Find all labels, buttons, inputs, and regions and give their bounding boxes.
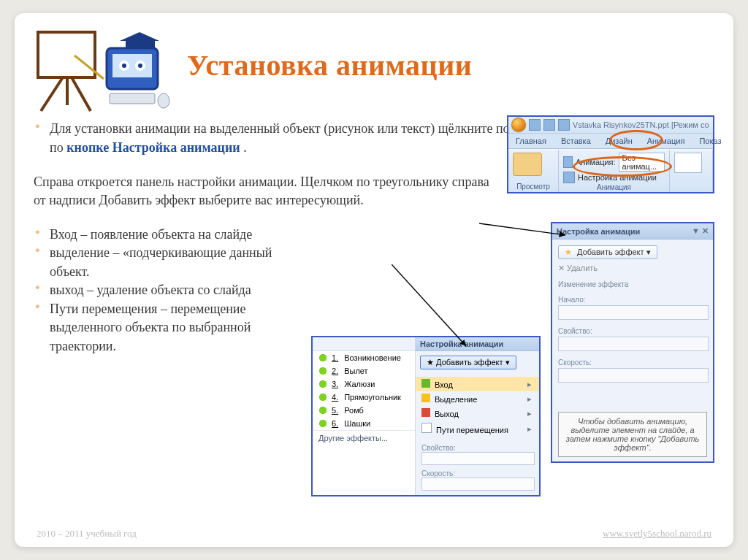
qat-save-icon[interactable]	[529, 119, 541, 131]
submenu-title: Настройка анимации	[416, 337, 539, 351]
opt-emphasis[interactable]: Выделение▸	[416, 391, 539, 406]
svg-line-1	[41, 77, 63, 111]
other-effects[interactable]: Другие эффекты...	[313, 430, 415, 445]
svg-rect-0	[38, 32, 95, 77]
effect-list: 1.Возникновение 2.Вылет 3.Жалюзи 4.Прямо…	[313, 337, 416, 495]
header-row: Установка анимации	[34, 26, 714, 114]
tab-home[interactable]: Главная	[508, 134, 554, 148]
ribbon-group-animation: Анимация: Без анимац... Настройка анимац…	[559, 150, 670, 192]
effect-item-1[interactable]: 1.Возникновение	[313, 351, 415, 364]
opt-entry[interactable]: Вход▸	[416, 377, 539, 391]
chevron-right-icon: ▸	[527, 409, 532, 418]
ribbon-body: Просмотр Анимация: Без анимац... Настрой…	[508, 149, 713, 192]
content-area: Для установки анимации на выделенный объ…	[34, 120, 714, 356]
star-icon	[318, 380, 327, 388]
animation-pane: Настройка анимации ▼ ✕ ★ Добавить эффект…	[551, 222, 714, 463]
svg-rect-13	[110, 93, 155, 104]
remove-button[interactable]: ✕ Удалить	[558, 264, 707, 273]
office-orb-icon[interactable]	[511, 118, 526, 132]
animation-icon	[563, 156, 573, 168]
star-icon	[318, 419, 327, 428]
add-effect-button[interactable]: ★ Добавить эффект ▾	[558, 245, 657, 259]
footer-link[interactable]: www.svetly5school.narod.ru	[603, 528, 711, 540]
submenu-prop-select[interactable]	[421, 452, 535, 465]
pane-close-icon[interactable]: ▼ ✕	[692, 226, 709, 236]
ribbon-tabs: Главная Вставка Дизайн Анимация Показ	[508, 134, 713, 149]
submenu-speed-select[interactable]	[421, 477, 535, 491]
effect-list-header	[313, 337, 415, 351]
tab-slideshow[interactable]: Показ	[692, 134, 728, 148]
star-red-icon	[421, 408, 430, 417]
field-property-label: Свойство:	[558, 327, 707, 335]
preview-group-label: Просмотр	[513, 183, 554, 191]
pane-header: Настройка анимации ▼ ✕	[552, 223, 713, 239]
submenu-field-property: Свойство:	[421, 444, 533, 465]
qat-undo-icon[interactable]	[543, 119, 555, 131]
ribbon-group-transition	[670, 150, 713, 192]
chevron-right-icon: ▸	[527, 380, 532, 389]
animation-dropdown-row: Анимация: Без анимац...	[563, 153, 665, 172]
svg-point-7	[122, 64, 126, 68]
tab-design[interactable]: Дизайн	[598, 134, 640, 148]
effect-item-6[interactable]: 6.Шашки	[313, 417, 415, 430]
star-icon: ★	[565, 248, 572, 256]
animation-label: Анимация:	[576, 158, 616, 166]
window-title: Vstavka Risynkov25TN.ppt [Режим со	[573, 120, 713, 129]
effect-item-3[interactable]: 3.Жалюзи	[313, 377, 415, 391]
bullet-motion: Пути перемещения – перемещение выделенно…	[34, 300, 297, 356]
effect-item-5[interactable]: 5.Ромб	[313, 404, 415, 417]
tab-insert[interactable]: Вставка	[554, 134, 598, 148]
opt-motion[interactable]: Пути перемещения▸	[416, 421, 539, 437]
transition-thumb-icon[interactable]	[674, 153, 702, 173]
custom-animation-row: Настройка анимации	[563, 172, 665, 183]
opt-exit[interactable]: Выход▸	[416, 406, 539, 421]
animation-current[interactable]: Без анимац...	[619, 153, 665, 172]
svg-point-9	[138, 64, 142, 68]
svg-line-16	[392, 264, 466, 346]
ribbon-group-preview: Просмотр	[508, 150, 559, 192]
field-property-select[interactable]	[558, 337, 709, 351]
star-icon	[318, 406, 327, 415]
footer-year: 2010 – 2011 учебный год	[37, 528, 137, 540]
add-effect-label: Добавить эффект	[577, 248, 644, 256]
svg-line-2	[72, 77, 91, 111]
effect-item-4[interactable]: 4.Прямоугольник	[313, 391, 415, 404]
star-icon	[318, 353, 327, 362]
tab-animation[interactable]: Анимация	[640, 134, 692, 148]
pane-body: ★ Добавить эффект ▾ ✕ Удалить Изменение …	[552, 239, 713, 461]
qat-redo-icon[interactable]	[558, 119, 570, 131]
section-change: Изменение эффекта	[558, 280, 707, 288]
effect-item-2[interactable]: 2.Вылет	[313, 364, 415, 377]
submenu-options: Вход▸ Выделение▸ Выход▸ Пути перемещения…	[416, 374, 539, 440]
submenu-add-button[interactable]: ★ Добавить эффект ▾	[420, 356, 516, 369]
custom-animation-icon	[563, 172, 575, 183]
field-speed-select[interactable]	[558, 368, 709, 383]
slide-inner: Установка анимации Для установки анимаци…	[15, 13, 733, 547]
bullet-exit: выход – удаление объекта со слайда	[34, 281, 297, 300]
p1-text-a: Для установки анимации на выделенный объ…	[50, 121, 513, 136]
svg-rect-11	[126, 41, 155, 48]
effect-dropdown-screenshot: 1.Возникновение 2.Вылет 3.Жалюзи 4.Прямо…	[311, 336, 541, 496]
field-start-select[interactable]	[558, 305, 709, 320]
svg-marker-10	[120, 32, 159, 41]
slide-title: Установка анимации	[187, 48, 472, 83]
quick-access-toolbar: Vstavka Risynkov25TN.ppt [Режим со	[508, 117, 713, 134]
effect-types-list: Вход – появление объекта на слайде выдел…	[34, 226, 297, 356]
submenu-field-speed: Скорость:	[421, 469, 533, 491]
preview-button-icon[interactable]	[513, 153, 542, 176]
pane-hint-text: Чтобы добавить анимацию, выделите элемен…	[558, 412, 707, 457]
remove-label: Удалить	[567, 264, 598, 272]
svg-point-14	[158, 93, 169, 108]
custom-animation-button[interactable]: Настройка анимации	[578, 173, 657, 182]
svg-rect-5	[112, 54, 152, 77]
effect-submenu: Настройка анимации ★ Добавить эффект ▾ В…	[416, 337, 539, 495]
chevron-right-icon: ▸	[527, 394, 532, 404]
p1-text-d: .	[243, 140, 247, 155]
star-icon	[318, 367, 327, 375]
pane-title: Настройка анимации	[557, 227, 640, 236]
bullet-emphasis: выделение – «подчеркивающие данный объек…	[34, 244, 297, 281]
star-yellow-icon	[421, 394, 430, 402]
star-motion-icon	[421, 423, 432, 433]
star-icon	[318, 393, 327, 402]
chevron-right-icon: ▸	[527, 424, 532, 434]
